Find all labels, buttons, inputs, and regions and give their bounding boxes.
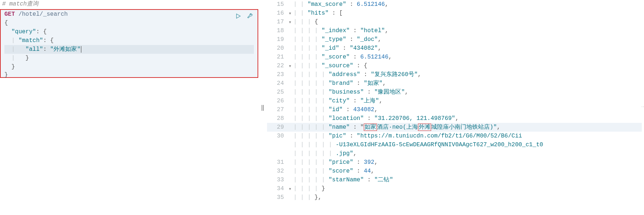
line-number: 34 (267, 184, 287, 193)
fold-toggle (287, 149, 293, 158)
line-number: 22 (267, 61, 287, 70)
fold-toggle (287, 176, 293, 184)
line-number: 25 (267, 88, 287, 97)
fold-toggle[interactable]: ▾ (287, 9, 293, 18)
code-content: | | | | | "brand" : "如家", (293, 79, 642, 88)
code-content: | | | | | "location" : "31.220706, 121.4… (293, 114, 642, 123)
wrench-icon (247, 13, 253, 19)
code-content: | | | | "_index" : "hotel", (293, 26, 642, 35)
response-line: 30| | | | | "pic" : "https://m.tuniucdn.… (267, 132, 642, 140)
line-number: 31 (267, 158, 287, 167)
splitter-handle-icon: ‖ (261, 104, 264, 111)
editor-action-bar (234, 12, 254, 20)
fold-toggle (287, 114, 293, 123)
response-line: 27| | | | | "id" : 434082, (267, 105, 642, 114)
fold-toggle[interactable]: ▾ (287, 61, 293, 70)
fold-toggle[interactable]: ▾ (287, 18, 293, 26)
editor-comment: # match查询 (0, 0, 258, 8)
code-line[interactable]: | } (4, 54, 254, 63)
response-line: 34▾| | | | } (267, 184, 642, 193)
wrench-button[interactable] (246, 12, 254, 20)
code-content: | | | | } (293, 184, 642, 193)
line-number: 24 (267, 79, 287, 88)
code-line[interactable]: | "match": { (4, 36, 254, 45)
line-number: 28 (267, 114, 287, 123)
line-number: 30 (267, 132, 287, 140)
fold-toggle (287, 123, 293, 132)
fold-toggle (287, 105, 293, 114)
response-line: 32| | | | | "score" : 44, (267, 167, 642, 176)
line-number (267, 149, 287, 158)
code-content: | | "hits" : [ (293, 9, 642, 18)
line-number: 16 (267, 9, 287, 18)
code-content: | | | | | "business" : "豫园地区", (293, 88, 642, 97)
code-line[interactable]: } (4, 63, 254, 71)
fold-toggle (287, 132, 293, 140)
request-highlight-box: GET /hotel/_search { "query": { | "match… (0, 9, 258, 78)
response-line: 16▾| | "hits" : [ (267, 9, 642, 18)
response-line: 20| | | | "_id" : "434082", (267, 44, 642, 53)
line-number: 27 (267, 105, 287, 114)
line-number: 19 (267, 35, 287, 44)
fold-toggle (287, 70, 293, 79)
http-method: GET (4, 11, 15, 18)
request-path: /hotel/_search (15, 11, 68, 18)
code-content: | | | | | | .jpg", (293, 149, 642, 158)
response-line: 23| | | | | "address" : "复兴东路260号", (267, 70, 642, 79)
fold-toggle (287, 44, 293, 53)
code-content: | | "max_score" : 6.512146, (293, 0, 642, 9)
line-number (267, 140, 287, 149)
response-line: 31| | | | | "price" : 392, (267, 158, 642, 167)
code-content: | | | | | "address" : "复兴东路260号", (293, 70, 642, 79)
line-number: 15 (267, 0, 287, 9)
code-content: | | | | | "id" : 434082, (293, 105, 642, 114)
fold-toggle (287, 158, 293, 167)
fold-toggle (287, 88, 293, 97)
code-content: | | | | | "score" : 44, (293, 167, 642, 176)
fold-toggle (287, 140, 293, 149)
fold-toggle[interactable]: ▾ (287, 184, 293, 193)
response-code-body: 15| | "max_score" : 6.512146,16▾| | "hit… (267, 0, 642, 202)
response-line: 28| | | | | "location" : "31.220706, 121… (267, 114, 642, 123)
fold-toggle (287, 79, 293, 88)
play-icon (235, 13, 241, 19)
code-content: | | | | "_score" : 6.512146, (293, 53, 642, 61)
response-line: | | | | | | -U13eXLGIdHFzAAIG-5cEwDEAAGR… (267, 140, 642, 149)
line-number: 35 (267, 193, 287, 202)
pane-splitter[interactable]: ‖ (258, 0, 267, 215)
fold-toggle (287, 26, 293, 35)
line-number: 17 (267, 18, 287, 26)
request-first-line[interactable]: GET /hotel/_search (4, 10, 254, 19)
response-line: 15| | "max_score" : 6.512146, (267, 0, 642, 9)
code-content: | | | | | "starName" : "二钻" (293, 176, 642, 184)
response-line: 17▾| | | { (267, 18, 642, 26)
line-number: 26 (267, 97, 287, 105)
response-line: 33| | | | | "starName" : "二钻" (267, 176, 642, 184)
code-content: | | | { (293, 18, 642, 26)
run-query-button[interactable] (234, 12, 242, 20)
code-content: | | | | | "pic" : "https://m.tuniucdn.co… (293, 132, 642, 140)
response-viewer-pane[interactable]: 15| | "max_score" : 6.512146,16▾| | "hit… (267, 0, 642, 215)
code-content: | | | | "_source" : { (293, 61, 642, 70)
code-content: | | | | | "city" : "上海", (293, 97, 642, 105)
fold-toggle (287, 97, 293, 105)
line-number: 29 (267, 123, 287, 132)
fold-toggle (287, 167, 293, 176)
code-content: | | | | | | -U13eXLGIdHFzAAIG-5cEwDEAAGR… (293, 140, 642, 149)
response-line: 29| | | | | "name" : "如家酒店·neo(上海外滩城隍庙小南… (267, 123, 642, 132)
response-line: | | | | | | .jpg", (267, 149, 642, 158)
response-line: 22▾| | | | "_source" : { (267, 61, 642, 70)
code-line[interactable]: { (4, 19, 254, 27)
code-line-active[interactable]: | "all": "外滩如家" (4, 45, 254, 54)
right-ellipsis: ⋮ (642, 0, 644, 215)
fold-toggle (287, 0, 293, 9)
code-line[interactable]: } (4, 71, 254, 79)
line-number: 20 (267, 44, 287, 53)
fold-toggle (287, 35, 293, 44)
code-content: | | | | "_type" : "_doc", (293, 35, 642, 44)
request-editor-pane[interactable]: # match查询 GET /hotel/_search { "query": … (0, 0, 258, 215)
line-number: 32 (267, 167, 287, 176)
code-line[interactable]: "query": { (4, 27, 254, 36)
line-number: 18 (267, 26, 287, 35)
response-line: 19| | | | "_type" : "_doc", (267, 35, 642, 44)
